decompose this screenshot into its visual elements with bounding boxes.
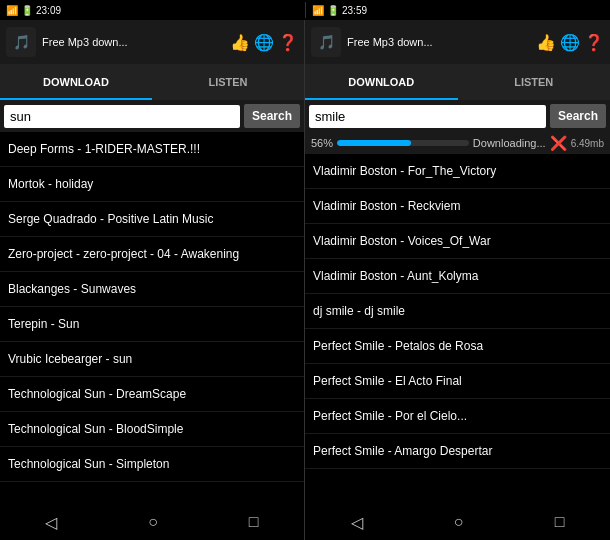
status-left-content: 📶 🔋 23:09	[6, 5, 61, 16]
file-size: 6.49mb	[571, 138, 604, 149]
battery-icon-right: 🔋	[327, 5, 339, 16]
list-item[interactable]: Technological Sun - DreamScape	[0, 377, 304, 412]
song-list-left: Deep Forms - 1-RIDER-MASTER.!!! Mortok -…	[0, 132, 304, 504]
search-button-left[interactable]: Search	[244, 104, 300, 128]
list-item[interactable]: Perfect Smile - Petalos de Rosa	[305, 329, 610, 364]
list-item[interactable]: Technological Sun - Simpleton	[0, 447, 304, 482]
tab-left-download[interactable]: DOWNLOAD	[0, 64, 152, 100]
globe-icon-left[interactable]: 🌐	[254, 33, 274, 52]
signal-icon-left: 📶	[6, 5, 18, 16]
header-icons-left: 👍 🌐 ❓	[230, 33, 298, 52]
app-icon-left: 🎵	[6, 27, 36, 57]
search-input-left[interactable]	[4, 105, 240, 128]
status-time-left: 23:09	[36, 5, 61, 16]
tabs-right: DOWNLOAD LISTEN	[305, 64, 610, 100]
panel-right: Search 56% Downloading... ❌ 6.49mb Vladi…	[305, 100, 610, 504]
list-item[interactable]: Zero-project - zero-project - 04 - Awake…	[0, 237, 304, 272]
tab-left-listen[interactable]: LISTEN	[152, 64, 304, 100]
recents-button-left[interactable]: □	[239, 509, 269, 535]
list-item[interactable]: Serge Quadrado - Positive Latin Music	[0, 202, 304, 237]
list-item[interactable]: Perfect Smile - Por el Cielo...	[305, 399, 610, 434]
bottom-nav-left: ◁ ○ □	[0, 504, 305, 540]
list-item[interactable]: Vladimir Boston - Reckviem	[305, 189, 610, 224]
help-icon-right[interactable]: ❓	[584, 33, 604, 52]
search-button-right[interactable]: Search	[550, 104, 606, 128]
battery-icon-left: 🔋	[21, 5, 33, 16]
app-header-right: 🎵 Free Mp3 down... 👍 🌐 ❓	[305, 20, 610, 64]
recents-button-right[interactable]: □	[545, 509, 575, 535]
search-bar-left: Search	[0, 100, 304, 132]
app-headers: 🎵 Free Mp3 down... 👍 🌐 ❓ 🎵 Free Mp3 down…	[0, 20, 610, 64]
list-item[interactable]: Vladimir Boston - Voices_Of_War	[305, 224, 610, 259]
status-bar-left: 📶 🔋 23:09	[6, 2, 305, 18]
back-button-left[interactable]: ◁	[35, 509, 67, 536]
app-header-left: 🎵 Free Mp3 down... 👍 🌐 ❓	[0, 20, 305, 64]
download-label: Downloading...	[473, 137, 546, 149]
back-button-right[interactable]: ◁	[341, 509, 373, 536]
list-item[interactable]: Technological Sun - BloodSimple	[0, 412, 304, 447]
list-item[interactable]: Blackanges - Sunwaves	[0, 272, 304, 307]
progress-bar-container	[337, 140, 469, 146]
download-percent: 56%	[311, 137, 333, 149]
signal-icon-right: 📶	[312, 5, 324, 16]
list-item[interactable]: Vladimir Boston - For_The_Victory	[305, 154, 610, 189]
list-item[interactable]: Vladimir Boston - Aunt_Kolyma	[305, 259, 610, 294]
globe-icon-right[interactable]: 🌐	[560, 33, 580, 52]
app-title-left: Free Mp3 down...	[42, 36, 224, 48]
thumbsup-icon-right[interactable]: 👍	[536, 33, 556, 52]
header-icons-right: 👍 🌐 ❓	[536, 33, 604, 52]
list-item[interactable]: Perfect Smile - El Acto Final	[305, 364, 610, 399]
list-item[interactable]: Deep Forms - 1-RIDER-MASTER.!!!	[0, 132, 304, 167]
list-item[interactable]: Vrubic Icebearger - sun	[0, 342, 304, 377]
panel-left: Search Deep Forms - 1-RIDER-MASTER.!!! M…	[0, 100, 305, 504]
cancel-download-button[interactable]: ❌	[550, 135, 567, 151]
app-title-right: Free Mp3 down...	[347, 36, 530, 48]
list-item[interactable]: Mortok - holiday	[0, 167, 304, 202]
song-list-right: Vladimir Boston - For_The_Victory Vladim…	[305, 154, 610, 504]
help-icon-left[interactable]: ❓	[278, 33, 298, 52]
tabs-left: DOWNLOAD LISTEN	[0, 64, 305, 100]
list-item[interactable]: Perfect Smile - Amargo Despertar	[305, 434, 610, 469]
search-input-right[interactable]	[309, 105, 546, 128]
tab-right-download[interactable]: DOWNLOAD	[305, 64, 458, 100]
thumbsup-icon-left[interactable]: 👍	[230, 33, 250, 52]
download-progress: 56% Downloading... ❌ 6.49mb	[305, 132, 610, 154]
list-item[interactable]: Terepin - Sun	[0, 307, 304, 342]
search-bar-right: Search	[305, 100, 610, 132]
app-icon-right: 🎵	[311, 27, 341, 57]
status-right-content: 📶 🔋 23:59	[312, 5, 367, 16]
progress-bar-fill	[337, 140, 411, 146]
main-content: Search Deep Forms - 1-RIDER-MASTER.!!! M…	[0, 100, 610, 504]
list-item[interactable]: dj smile - dj smile	[305, 294, 610, 329]
home-button-right[interactable]: ○	[444, 509, 474, 535]
home-button-left[interactable]: ○	[138, 509, 168, 535]
status-bar-right: 📶 🔋 23:59	[305, 2, 604, 18]
bottom-nav: ◁ ○ □ ◁ ○ □	[0, 504, 610, 540]
tabs-row: DOWNLOAD LISTEN DOWNLOAD LISTEN	[0, 64, 610, 100]
status-time-right: 23:59	[342, 5, 367, 16]
bottom-nav-right: ◁ ○ □	[305, 504, 610, 540]
status-bar: 📶 🔋 23:09 📶 🔋 23:59	[0, 0, 610, 20]
tab-right-listen[interactable]: LISTEN	[458, 64, 611, 100]
